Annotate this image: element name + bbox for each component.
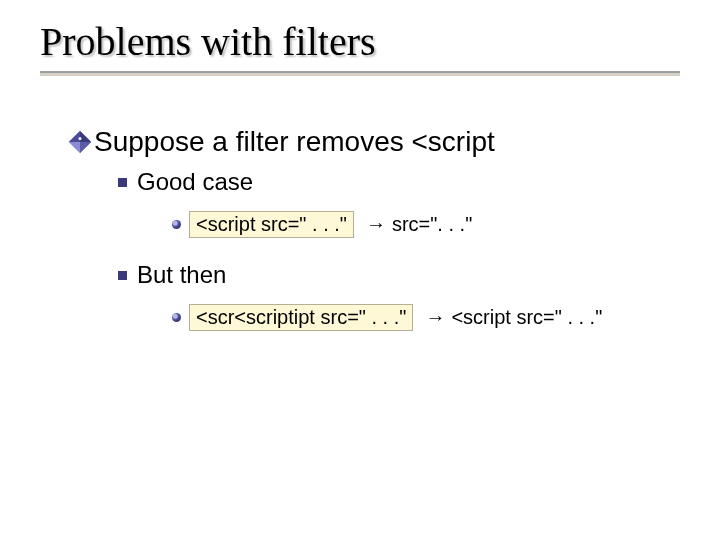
diamond-bullet-icon bbox=[69, 130, 92, 153]
arrow-icon: → bbox=[425, 305, 445, 330]
slide-title: Problems with filters bbox=[40, 18, 688, 65]
but-then-label: But then bbox=[137, 260, 226, 290]
good-case-label: Good case bbox=[137, 167, 253, 197]
bullet-level-2-good: Good case bbox=[118, 167, 688, 197]
but-result-text: <script src=" . . ." bbox=[451, 305, 602, 330]
slide: Problems with filters Suppose a filter r… bbox=[0, 0, 720, 540]
dot-bullet-icon bbox=[172, 313, 181, 322]
lvl1-text: Suppose a filter removes <script bbox=[94, 124, 495, 159]
bullet-level-2-but: But then bbox=[118, 260, 688, 290]
bullet-level-1: Suppose a filter removes <script bbox=[72, 124, 688, 159]
bullet-level-3-good-code: <script src=" . . ." → src=". . ." bbox=[172, 211, 688, 238]
square-bullet-icon bbox=[118, 178, 127, 187]
title-underline bbox=[40, 71, 680, 76]
good-result-text: src=". . ." bbox=[392, 212, 472, 237]
code-box-good-input: <script src=" . . ." bbox=[189, 211, 354, 238]
dot-bullet-icon bbox=[172, 220, 181, 229]
bullet-level-3-but-code: <scr<scriptipt src=" . . ." → <script sr… bbox=[172, 304, 688, 331]
arrow-icon: → bbox=[366, 212, 386, 237]
square-bullet-icon bbox=[118, 271, 127, 280]
code-box-but-input: <scr<scriptipt src=" . . ." bbox=[189, 304, 413, 331]
